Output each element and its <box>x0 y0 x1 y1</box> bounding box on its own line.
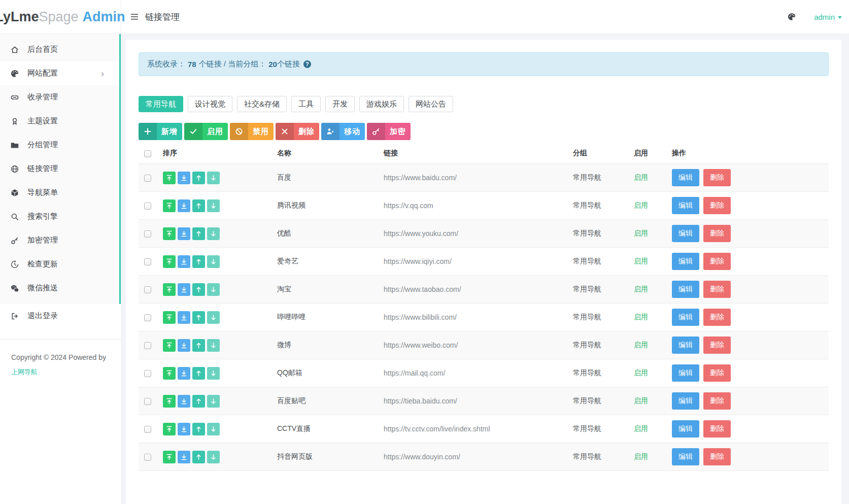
row-checkbox[interactable] <box>144 342 151 349</box>
move-up-button[interactable] <box>192 395 205 408</box>
powered-by-link[interactable]: 上网导航 <box>11 367 38 377</box>
sidebar-item-collection[interactable]: 收录管理 <box>0 85 119 109</box>
delete-button[interactable]: 删除 <box>703 420 731 438</box>
delete-button[interactable]: 删除 <box>703 169 731 186</box>
delete-button[interactable]: 删除 <box>703 364 731 382</box>
sidebar-item-wechat-push[interactable]: 微信推送 <box>0 276 119 300</box>
row-checkbox[interactable] <box>144 286 151 293</box>
move-to-bottom-button[interactable] <box>178 199 190 212</box>
move-down-button[interactable] <box>207 367 220 380</box>
edit-button[interactable]: 编辑 <box>672 197 699 214</box>
move-to-bottom-button[interactable] <box>178 255 190 268</box>
group-tab-6[interactable]: 网站公告 <box>409 96 453 112</box>
delete-button[interactable]: 删除 <box>703 225 731 242</box>
move-down-button[interactable] <box>207 199 220 212</box>
toolbar-add-button[interactable]: 新增 <box>139 123 182 140</box>
move-to-bottom-button[interactable] <box>178 395 190 408</box>
edit-button[interactable]: 编辑 <box>672 169 699 186</box>
move-up-button[interactable] <box>192 367 205 380</box>
move-up-button[interactable] <box>192 172 205 184</box>
sidebar-toggle-icon[interactable] <box>130 13 139 21</box>
row-checkbox[interactable] <box>144 175 151 182</box>
row-checkbox[interactable] <box>144 454 151 461</box>
sidebar-item-links[interactable]: 链接管理 <box>0 157 119 181</box>
toolbar-move-button[interactable]: 移动 <box>321 123 365 140</box>
user-dropdown[interactable]: admin <box>814 13 842 21</box>
delete-button[interactable]: 删除 <box>703 392 731 410</box>
row-checkbox[interactable] <box>144 370 151 377</box>
move-to-top-button[interactable] <box>163 283 176 296</box>
row-checkbox[interactable] <box>144 230 151 238</box>
group-tab-0[interactable]: 常用导航 <box>139 96 183 112</box>
sidebar-item-theme[interactable]: 主题设置 <box>0 109 119 133</box>
move-up-button[interactable] <box>192 423 205 435</box>
move-to-top-button[interactable] <box>163 227 176 240</box>
delete-button[interactable]: 删除 <box>703 197 731 214</box>
delete-button[interactable]: 删除 <box>703 448 731 465</box>
move-to-top-button[interactable] <box>163 395 176 408</box>
edit-button[interactable]: 编辑 <box>672 337 699 354</box>
edit-button[interactable]: 编辑 <box>672 225 699 242</box>
move-to-bottom-button[interactable] <box>178 227 190 240</box>
group-tab-2[interactable]: 社交&存储 <box>237 96 287 112</box>
toolbar-enable-button[interactable]: 启用 <box>184 123 228 140</box>
move-up-button[interactable] <box>192 339 205 352</box>
move-down-button[interactable] <box>207 311 220 324</box>
help-icon[interactable]: ? <box>303 60 311 68</box>
move-to-bottom-button[interactable] <box>178 423 190 435</box>
sidebar-item-check-update[interactable]: 检查更新 <box>0 252 119 276</box>
move-up-button[interactable] <box>192 199 205 212</box>
move-down-button[interactable] <box>207 451 220 463</box>
move-to-top-button[interactable] <box>163 199 176 212</box>
move-down-button[interactable] <box>207 339 220 352</box>
select-all-checkbox[interactable] <box>144 150 151 157</box>
move-to-top-button[interactable] <box>163 255 176 268</box>
move-up-button[interactable] <box>192 311 205 324</box>
move-to-bottom-button[interactable] <box>178 367 190 380</box>
move-to-bottom-button[interactable] <box>178 339 190 352</box>
toolbar-delete-button[interactable]: 删除 <box>276 123 319 140</box>
move-to-bottom-button[interactable] <box>178 172 190 184</box>
sidebar-item-groups[interactable]: 分组管理 <box>0 133 119 157</box>
edit-button[interactable]: 编辑 <box>672 420 699 438</box>
edit-button[interactable]: 编辑 <box>672 309 699 326</box>
group-tab-3[interactable]: 工具 <box>291 96 321 112</box>
move-down-button[interactable] <box>207 255 220 268</box>
row-checkbox[interactable] <box>144 203 151 210</box>
group-tab-1[interactable]: 设计视觉 <box>188 96 232 112</box>
edit-button[interactable]: 编辑 <box>672 364 699 382</box>
move-to-top-button[interactable] <box>163 451 176 463</box>
toolbar-encrypt-button[interactable]: 加密 <box>367 123 411 140</box>
row-checkbox[interactable] <box>144 314 151 321</box>
move-up-button[interactable] <box>192 283 205 296</box>
delete-button[interactable]: 删除 <box>703 309 731 326</box>
row-checkbox[interactable] <box>144 398 151 405</box>
edit-button[interactable]: 编辑 <box>672 392 699 410</box>
delete-button[interactable]: 删除 <box>703 253 731 270</box>
sidebar-item-nav-menu[interactable]: 导航菜单 <box>0 181 119 205</box>
move-to-top-button[interactable] <box>163 311 176 324</box>
move-to-top-button[interactable] <box>163 423 176 435</box>
theme-palette-icon[interactable] <box>788 13 796 21</box>
move-to-top-button[interactable] <box>163 367 176 380</box>
delete-button[interactable]: 删除 <box>703 281 731 298</box>
move-to-bottom-button[interactable] <box>178 451 190 463</box>
toolbar-disable-button[interactable]: 禁用 <box>230 123 274 140</box>
edit-button[interactable]: 编辑 <box>672 448 699 465</box>
row-checkbox[interactable] <box>144 426 151 433</box>
edit-button[interactable]: 编辑 <box>672 281 699 298</box>
delete-button[interactable]: 删除 <box>703 337 731 354</box>
move-down-button[interactable] <box>207 172 220 184</box>
group-tab-4[interactable]: 开发 <box>325 96 355 112</box>
move-to-top-button[interactable] <box>163 172 176 184</box>
move-to-top-button[interactable] <box>163 339 176 352</box>
move-down-button[interactable] <box>207 423 220 435</box>
move-down-button[interactable] <box>207 227 220 240</box>
row-checkbox[interactable] <box>144 258 151 265</box>
group-tab-5[interactable]: 游戏娱乐 <box>359 96 404 112</box>
move-down-button[interactable] <box>207 283 220 296</box>
sidebar-item-encryption[interactable]: 加密管理 <box>0 228 119 252</box>
sidebar-item-dashboard[interactable]: 后台首页 <box>0 38 119 61</box>
sidebar-item-logout[interactable]: 退出登录 <box>0 304 121 328</box>
move-up-button[interactable] <box>192 227 205 240</box>
